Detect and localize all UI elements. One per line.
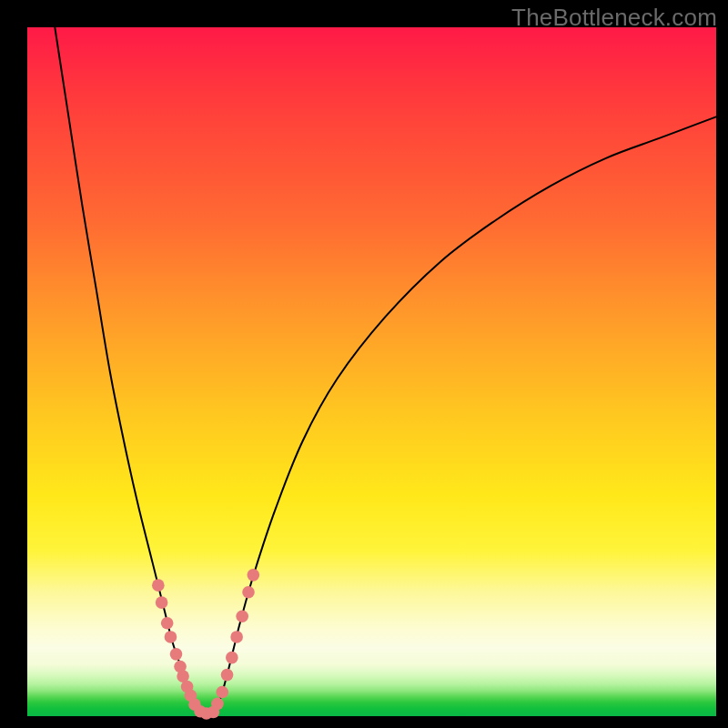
marker-point: [242, 586, 255, 599]
marker-point: [221, 669, 234, 682]
curve-right-curve: [213, 116, 716, 713]
chart-svg: [27, 27, 716, 716]
marker-point: [161, 617, 174, 630]
marker-point: [156, 596, 168, 609]
marker-point: [247, 569, 259, 581]
marker-point: [226, 652, 238, 664]
marker-point: [165, 631, 177, 643]
marker-point: [211, 698, 224, 711]
marker-point: [230, 631, 243, 643]
marker-point: [236, 610, 248, 622]
marker-point: [216, 686, 228, 699]
curve-left-curve: [55, 27, 199, 713]
chart-plot-area: [27, 27, 716, 716]
marker-point: [170, 648, 183, 661]
marker-point: [152, 579, 165, 592]
watermark-text: TheBottleneck.com: [511, 4, 717, 32]
chart-frame: TheBottleneck.com: [0, 0, 728, 728]
